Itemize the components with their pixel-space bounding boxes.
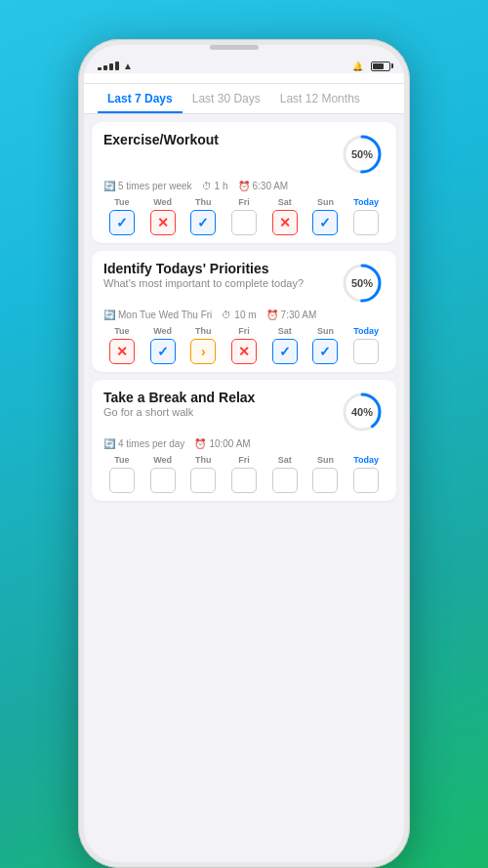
day-label-break-3: Fri: [238, 455, 250, 465]
meta-item-priorities-0: 🔄 Mon Tue Wed Thu Fri: [103, 310, 212, 320]
day-col-exercise-0: Tue ✓: [103, 197, 141, 235]
battery-icon: [371, 62, 390, 71]
meta-item-priorities-1: ⏱ 10 m: [222, 310, 256, 320]
meta-icon-priorities-1: ⏱: [222, 310, 231, 320]
day-check-exercise-3[interactable]: [231, 210, 257, 235]
day-check-break-5[interactable]: [312, 468, 338, 493]
day-label-break-0: Tue: [114, 455, 129, 465]
day-label-exercise-4: Sat: [278, 197, 292, 207]
day-check-break-0[interactable]: [109, 468, 135, 493]
progress-label-priorities: 50%: [351, 277, 373, 289]
day-col-break-2: Thu: [184, 455, 222, 493]
day-label-break-6: Today: [353, 455, 379, 465]
meta-text-priorities-1: 10 m: [234, 310, 256, 320]
day-col-priorities-0: Tue ✕: [103, 326, 141, 364]
meta-item-exercise-2: ⏰ 6:30 AM: [238, 181, 289, 191]
day-label-exercise-6: Today: [353, 197, 379, 207]
meta-item-break-0: 🔄 4 times per day: [103, 438, 184, 449]
meta-text-exercise-0: 5 times per week: [118, 181, 192, 191]
tab-last7[interactable]: Last 7 Days: [98, 84, 183, 113]
phone-notch: [84, 45, 404, 53]
day-col-break-0: Tue: [103, 455, 141, 493]
wifi-icon: ▲: [123, 61, 133, 71]
day-check-priorities-1[interactable]: ✓: [150, 339, 176, 364]
habit-meta-priorities: 🔄 Mon Tue Wed Thu Fri ⏱ 10 m ⏰ 7:30 AM: [103, 310, 385, 320]
alarm-icon: 🔔: [352, 62, 363, 71]
meta-text-break-0: 4 times per day: [118, 438, 184, 449]
day-check-break-2[interactable]: [190, 468, 216, 493]
progress-circle-exercise: 50%: [340, 132, 385, 177]
meta-text-exercise-1: 1 h: [215, 181, 228, 191]
day-col-priorities-5: Sun ✓: [307, 326, 345, 364]
day-col-exercise-4: Sat ✕: [266, 197, 304, 235]
day-check-break-4[interactable]: [272, 468, 298, 493]
day-col-exercise-3: Fri: [225, 197, 263, 235]
habit-card-priorities: Identify Todays' Priorities What's most …: [92, 251, 396, 372]
day-check-priorities-3[interactable]: ✕: [231, 339, 257, 364]
day-check-priorities-5[interactable]: ✓: [312, 339, 338, 364]
day-col-priorities-4: Sat ✓: [266, 326, 304, 364]
day-check-break-6[interactable]: [353, 468, 379, 493]
day-label-priorities-0: Tue: [114, 326, 129, 336]
meta-text-break-1: 10:00 AM: [209, 438, 250, 449]
day-check-exercise-1[interactable]: ✕: [150, 210, 176, 235]
habit-title-exercise: Exercise/Workout: [103, 132, 219, 147]
day-label-priorities-3: Fri: [238, 326, 250, 336]
signal-icon: [98, 62, 119, 70]
day-col-break-3: Fri: [225, 455, 263, 493]
status-right: 🔔: [352, 62, 390, 71]
meta-item-break-1: ⏰ 10:00 AM: [194, 438, 250, 449]
phone-frame: ▲ 🔔: [78, 39, 410, 868]
meta-icon-priorities-2: ⏰: [266, 310, 278, 320]
day-check-exercise-5[interactable]: ✓: [312, 210, 338, 235]
day-col-priorities-3: Fri ✕: [225, 326, 263, 364]
meta-icon-break-1: ⏰: [194, 438, 206, 449]
day-col-break-5: Sun: [307, 455, 345, 493]
day-label-break-5: Sun: [317, 455, 334, 465]
progress-circle-break: 40%: [340, 390, 385, 434]
meta-text-exercise-2: 6:30 AM: [253, 181, 289, 191]
day-col-priorities-1: Wed ✓: [144, 326, 182, 364]
day-label-exercise-0: Tue: [114, 197, 129, 207]
day-col-priorities-2: Thu ›: [184, 326, 222, 364]
meta-text-priorities-2: 7:30 AM: [281, 310, 317, 320]
day-check-break-1[interactable]: [150, 468, 176, 493]
day-check-break-3[interactable]: [231, 468, 257, 493]
camera: [397, 46, 404, 53]
day-label-exercise-5: Sun: [317, 197, 334, 207]
day-col-break-4: Sat: [266, 455, 304, 493]
day-check-exercise-6[interactable]: [353, 210, 379, 235]
meta-icon-break-0: 🔄: [103, 438, 115, 449]
day-check-priorities-2[interactable]: ›: [190, 339, 216, 364]
meta-icon-exercise-1: ⏱: [202, 181, 212, 191]
day-check-exercise-2[interactable]: ✓: [190, 210, 216, 235]
days-row-break: Tue Wed Thu: [103, 455, 385, 493]
meta-item-exercise-1: ⏱ 1 h: [202, 181, 228, 191]
content-area: Exercise/Workout 50% 🔄 5 times per week: [84, 114, 404, 862]
day-check-priorities-6[interactable]: [353, 339, 379, 364]
day-label-priorities-5: Sun: [317, 326, 334, 336]
tab-last30[interactable]: Last 30 Days: [183, 84, 270, 113]
day-col-priorities-6: Today: [347, 326, 385, 364]
status-left: ▲: [98, 61, 133, 71]
habit-meta-break: 🔄 4 times per day ⏰ 10:00 AM: [103, 438, 385, 449]
day-check-priorities-0[interactable]: ✕: [109, 339, 135, 364]
day-col-exercise-1: Wed ✕: [144, 197, 182, 235]
habit-title-priorities: Identify Todays' Priorities: [103, 261, 304, 276]
day-col-exercise-2: Thu ✓: [184, 197, 222, 235]
tab-last12[interactable]: Last 12 Months: [270, 84, 370, 113]
day-label-priorities-2: Thu: [195, 326, 212, 336]
day-check-exercise-4[interactable]: ✕: [272, 210, 298, 235]
meta-icon-priorities-0: 🔄: [103, 310, 115, 320]
day-label-priorities-1: Wed: [153, 326, 172, 336]
day-check-exercise-0[interactable]: ✓: [109, 210, 135, 235]
habit-title-break: Take a Break and Relax: [103, 390, 255, 405]
day-label-break-4: Sat: [278, 455, 292, 465]
meta-item-priorities-2: ⏰ 7:30 AM: [266, 310, 317, 320]
progress-label-break: 40%: [351, 406, 373, 418]
meta-text-priorities-0: Mon Tue Wed Thu Fri: [118, 310, 212, 320]
meta-item-exercise-0: 🔄 5 times per week: [103, 181, 192, 191]
day-check-priorities-4[interactable]: ✓: [272, 339, 298, 364]
day-col-exercise-5: Sun ✓: [307, 197, 345, 235]
habit-card-break: Take a Break and Relax Go for a short wa…: [92, 380, 396, 501]
